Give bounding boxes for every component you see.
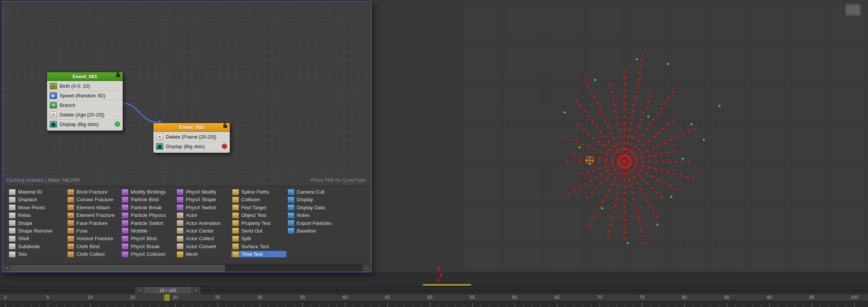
- depot-item[interactable]: Camera Cull: [287, 189, 342, 195]
- depot-column: Modify BindingsParticle BindParticle Bre…: [121, 189, 176, 259]
- scroll-right-button[interactable]: ›: [362, 265, 370, 272]
- ruler-tick: [778, 305, 778, 307]
- current-frame-marker[interactable]: [164, 294, 170, 301]
- depot-item[interactable]: PhysX Modify: [176, 189, 231, 195]
- depot-item[interactable]: Shape: [8, 220, 63, 226]
- depot-item[interactable]: Notes: [287, 212, 342, 218]
- depot-item[interactable]: PhysX Bind: [121, 235, 176, 242]
- track-bar[interactable]: 0510152025303540455055606570758085909510…: [0, 294, 868, 301]
- frame-label: 70: [597, 295, 602, 300]
- particle-view-window[interactable]: Event_001 ∷Birth (0-0: 10)▶Speed (Random…: [2, 1, 372, 272]
- ruler-tick: [319, 305, 320, 307]
- depot-item[interactable]: Voronoi Fracture: [67, 235, 122, 242]
- depot-item[interactable]: Shell: [8, 235, 63, 242]
- depot-item[interactable]: Face Fracture: [67, 220, 122, 226]
- depot-item[interactable]: Particle Bind: [121, 196, 176, 203]
- depot-item[interactable]: Send Out: [231, 228, 286, 234]
- operator-icon: [122, 236, 128, 242]
- event-canvas[interactable]: Event_001 ∷Birth (0-0: 10)▶Speed (Random…: [3, 2, 371, 186]
- ruler-tick: [472, 303, 473, 307]
- operator-icon: [232, 236, 239, 242]
- ruler-tick: [243, 305, 244, 307]
- operator-row[interactable]: ▦Display (Big dots): [47, 120, 123, 129]
- operator-icon: [67, 236, 74, 242]
- depot-item[interactable]: Tets: [8, 251, 63, 257]
- depot-item[interactable]: Split: [231, 235, 286, 242]
- operator-row[interactable]: ▦Display (Big dots): [153, 142, 230, 151]
- depot-item[interactable]: Export Particles: [287, 220, 342, 226]
- depot-item[interactable]: PhysX Switch: [176, 204, 231, 211]
- depot-item[interactable]: Baseline: [287, 228, 342, 234]
- event-title: Event_002: [179, 124, 204, 130]
- particle-dash: [437, 279, 439, 282]
- depot-item[interactable]: Move Pivots: [8, 204, 63, 211]
- depot-item[interactable]: Fuse: [67, 228, 122, 234]
- depot-item[interactable]: PhysX Break: [121, 243, 176, 250]
- ruler-tick: [718, 305, 719, 307]
- depot-item[interactable]: Particle Physics: [121, 212, 176, 218]
- time-ruler[interactable]: [0, 301, 868, 307]
- viewport[interactable]: [371, 0, 868, 272]
- depot-item[interactable]: Find Target: [231, 204, 286, 211]
- depot-item[interactable]: Convex Fracture: [67, 196, 122, 203]
- depot-item[interactable]: Displace: [8, 196, 63, 203]
- scroll-left-button[interactable]: ‹: [3, 265, 11, 272]
- depot-item[interactable]: Time Test: [231, 251, 286, 257]
- depot-item[interactable]: Mesh: [176, 251, 231, 257]
- depot-scrollbar[interactable]: ‹ ›: [3, 264, 371, 271]
- depot-item[interactable]: PhysX Shape: [176, 196, 231, 203]
- lock-icon[interactable]: [116, 74, 120, 77]
- ruler-tick: [158, 305, 159, 307]
- depot-item[interactable]: Element Fracture: [67, 212, 122, 218]
- operator-icon: [122, 228, 128, 234]
- depot-item[interactable]: Cloth Bind: [67, 243, 122, 250]
- operator-row[interactable]: ×Delete (Frame [20-20]): [153, 132, 230, 142]
- depot-item[interactable]: Modify Bindings: [121, 189, 176, 195]
- viewcube-icon[interactable]: [846, 5, 860, 15]
- ruler-tick: [540, 305, 541, 307]
- operator-row[interactable]: ⇒Branch: [47, 100, 123, 110]
- depot-item[interactable]: Element Attach: [67, 204, 122, 211]
- ruler-tick: [150, 305, 150, 307]
- operator-row[interactable]: ∷Birth (0-0: 10): [47, 81, 123, 91]
- depot-item[interactable]: Particle Break: [121, 204, 176, 211]
- depot-item[interactable]: Shape Remove: [8, 228, 63, 234]
- lock-icon[interactable]: [223, 125, 227, 128]
- depot-item[interactable]: Object Test: [231, 212, 286, 218]
- scrollbar-thumb[interactable]: [11, 265, 225, 271]
- delete-icon: ×: [156, 134, 163, 140]
- depot-item[interactable]: Spline Paths: [231, 189, 286, 195]
- depot-item-label: Fuse: [76, 228, 88, 234]
- depot-item[interactable]: Actor: [176, 212, 231, 218]
- depot-item[interactable]: Material ID: [8, 189, 63, 195]
- event-node-001[interactable]: Event_001 ∷Birth (0-0: 10)▶Speed (Random…: [47, 72, 123, 131]
- operator-icon: [177, 204, 184, 210]
- event-header[interactable]: Event_001: [47, 72, 123, 81]
- event-node-002[interactable]: Event_002 ×Delete (Frame [20-20])▦Displa…: [153, 123, 230, 153]
- depot-item[interactable]: Cloth Collect: [67, 251, 122, 257]
- depot-item[interactable]: Collision: [231, 196, 286, 203]
- depot-item[interactable]: Actor Collect: [176, 235, 231, 242]
- time-slider-track[interactable]: [0, 290, 868, 291]
- depot-item[interactable]: Relax: [8, 212, 63, 218]
- depot-item[interactable]: Surface Test: [231, 243, 286, 250]
- depot-item[interactable]: PhysX Collision: [121, 251, 176, 257]
- depot-item[interactable]: Display: [287, 196, 342, 203]
- operator-row[interactable]: ▶Speed (Random 3D): [47, 91, 123, 100]
- depot-item[interactable]: Display Data: [287, 204, 342, 211]
- depot-item[interactable]: Actor Convert: [176, 243, 231, 250]
- ruler-tick: [455, 305, 456, 307]
- operator-row[interactable]: ×Delete (Age [20-20]): [47, 110, 123, 120]
- ruler-tick: [753, 305, 753, 307]
- operator-icon: [232, 220, 239, 226]
- depot-item[interactable]: Subdivide: [8, 243, 63, 250]
- time-slider-row[interactable]: ‹ 19 / 100 ›: [0, 286, 868, 294]
- particle-burst: [463, 0, 868, 272]
- depot-item[interactable]: Brick Fracture: [67, 189, 122, 195]
- depot-item[interactable]: Property Test: [231, 220, 286, 226]
- depot-item[interactable]: Actor Center: [176, 228, 231, 234]
- depot-item[interactable]: Wobble: [121, 228, 176, 234]
- depot-item[interactable]: Actor Animation: [176, 220, 231, 226]
- depot-item[interactable]: Particle Switch: [121, 220, 176, 226]
- event-header[interactable]: Event_002: [153, 123, 230, 132]
